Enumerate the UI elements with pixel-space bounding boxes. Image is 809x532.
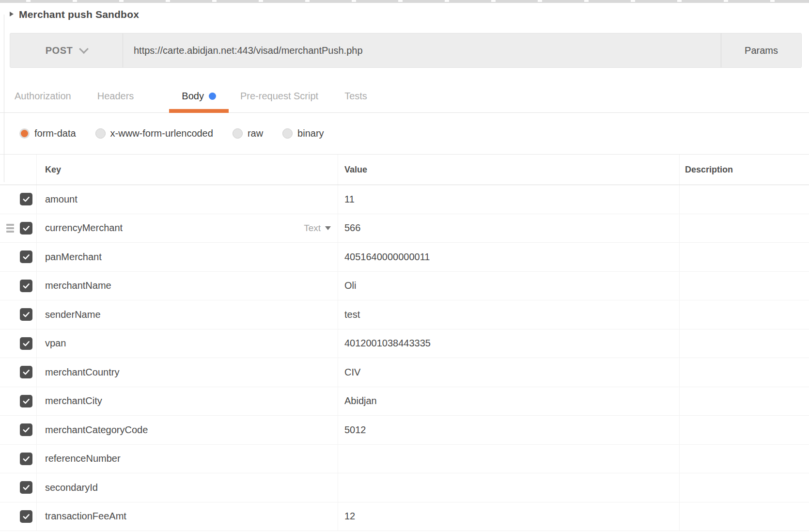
key-text: merchantCategoryCode bbox=[45, 424, 148, 436]
tab-label: Tests bbox=[344, 91, 367, 102]
value-cell[interactable]: 12 bbox=[338, 502, 679, 531]
description-cell[interactable] bbox=[679, 445, 809, 473]
radio-icon[interactable] bbox=[95, 128, 106, 139]
description-cell[interactable] bbox=[679, 272, 809, 300]
value-cell[interactable] bbox=[338, 445, 679, 473]
method-dropdown[interactable]: POST bbox=[10, 33, 123, 67]
description-cell[interactable] bbox=[679, 243, 809, 271]
description-cell[interactable] bbox=[679, 300, 809, 329]
header-checkbox-column bbox=[0, 155, 36, 185]
row-checkbox[interactable] bbox=[20, 510, 32, 523]
description-cell[interactable] bbox=[679, 473, 809, 502]
body-mode-label: binary bbox=[297, 128, 324, 139]
value-text: CIV bbox=[344, 367, 360, 378]
checkmark-icon bbox=[22, 425, 31, 434]
value-type-dropdown[interactable]: Text bbox=[304, 223, 331, 234]
description-cell[interactable] bbox=[679, 185, 809, 214]
key-cell[interactable]: vpan bbox=[36, 329, 338, 358]
header-description-label: Description bbox=[685, 165, 733, 175]
table-row: merchantCity Abidjan bbox=[0, 387, 809, 416]
value-cell[interactable]: test bbox=[338, 300, 679, 329]
key-cell[interactable]: secondaryId bbox=[36, 473, 338, 502]
header-key: Key bbox=[36, 155, 338, 185]
value-cell[interactable]: Oli bbox=[338, 272, 679, 300]
row-checkbox[interactable] bbox=[20, 337, 32, 350]
description-cell[interactable] bbox=[679, 387, 809, 416]
request-title: Merchant push Sandbox bbox=[19, 9, 139, 20]
description-cell[interactable] bbox=[679, 329, 809, 358]
tab-pre-request-script[interactable]: Pre-request Script bbox=[240, 80, 318, 112]
row-checkbox[interactable] bbox=[20, 193, 32, 205]
tab-authorization[interactable]: Authorization bbox=[15, 80, 71, 112]
row-checkbox[interactable] bbox=[20, 308, 32, 321]
row-checkbox[interactable] bbox=[20, 453, 32, 465]
key-cell[interactable]: currencyMerchant Text bbox=[36, 214, 338, 243]
window-tab-notch bbox=[73, 0, 77, 2]
checkmark-icon bbox=[22, 454, 31, 463]
tab-tests[interactable]: Tests bbox=[344, 80, 367, 112]
row-checkbox[interactable] bbox=[20, 481, 32, 494]
tab-label: Authorization bbox=[15, 91, 71, 102]
description-cell[interactable] bbox=[679, 214, 809, 243]
url-input[interactable]: https://carte.abidjan.net:443/visad/merc… bbox=[123, 33, 721, 67]
tab-label: Pre-request Script bbox=[240, 91, 318, 102]
checkmark-icon bbox=[22, 368, 31, 376]
value-cell[interactable] bbox=[338, 473, 679, 502]
value-cell[interactable]: Abidjan bbox=[338, 387, 679, 416]
row-checkbox[interactable] bbox=[20, 222, 32, 235]
key-cell[interactable]: merchantCity bbox=[36, 387, 338, 416]
key-cell[interactable]: merchantName bbox=[36, 272, 338, 300]
key-cell[interactable]: amount bbox=[36, 185, 338, 214]
checkmark-icon bbox=[22, 252, 31, 261]
window-tab-notch bbox=[305, 0, 310, 2]
body-mode-raw[interactable]: raw bbox=[233, 128, 263, 139]
body-mode-binary[interactable]: binary bbox=[282, 128, 324, 139]
value-cell[interactable]: 4051640000000011 bbox=[338, 243, 679, 271]
body-mode-label: form-data bbox=[34, 128, 76, 139]
body-mode-form-data[interactable]: form-data bbox=[19, 128, 76, 139]
key-cell[interactable]: merchantCategoryCode bbox=[36, 416, 338, 444]
collapse-caret-icon[interactable] bbox=[10, 12, 14, 16]
value-cell[interactable]: CIV bbox=[338, 358, 679, 387]
params-button[interactable]: Params bbox=[721, 33, 801, 67]
key-cell[interactable]: senderName bbox=[36, 300, 338, 329]
row-checkbox[interactable] bbox=[20, 250, 32, 263]
row-checkbox[interactable] bbox=[20, 280, 32, 292]
table-row: currencyMerchant Text 566 bbox=[0, 214, 809, 243]
radio-icon[interactable] bbox=[233, 128, 243, 139]
value-text: 11 bbox=[344, 194, 355, 205]
tab-body[interactable]: Body bbox=[169, 80, 229, 112]
table-row: referenceNumber bbox=[0, 445, 809, 474]
body-mode-x-www-form-urlencoded[interactable]: x-www-form-urlencoded bbox=[95, 128, 213, 139]
window-tab-notch bbox=[770, 0, 775, 2]
value-cell[interactable]: 4012001038443335 bbox=[338, 329, 679, 358]
value-cell[interactable]: 5012 bbox=[338, 416, 679, 444]
key-cell[interactable]: panMerchant bbox=[36, 243, 338, 271]
key-cell[interactable]: referenceNumber bbox=[36, 445, 338, 473]
value-text: Oli bbox=[344, 280, 356, 291]
key-cell[interactable]: merchantCountry bbox=[36, 358, 338, 387]
drag-handle[interactable] bbox=[6, 224, 14, 233]
row-checkbox[interactable] bbox=[20, 366, 32, 378]
description-cell[interactable] bbox=[679, 502, 809, 531]
description-cell[interactable] bbox=[679, 358, 809, 387]
radio-icon[interactable] bbox=[282, 128, 293, 139]
window-tab-notch bbox=[631, 0, 635, 2]
params-button-label: Params bbox=[745, 45, 778, 56]
row-checkbox[interactable] bbox=[20, 423, 32, 436]
key-text: panMerchant bbox=[45, 251, 102, 263]
row-checkbox[interactable] bbox=[20, 395, 32, 407]
checkmark-icon bbox=[22, 397, 31, 406]
header-description: Description bbox=[679, 155, 809, 185]
description-cell[interactable] bbox=[679, 416, 809, 444]
tab-headers[interactable]: Headers bbox=[97, 80, 134, 112]
checkmark-icon bbox=[22, 339, 31, 348]
value-cell[interactable]: 11 bbox=[338, 185, 679, 214]
window-tab-notch bbox=[352, 0, 356, 2]
body-mode-label: raw bbox=[248, 128, 263, 139]
key-text: transactionFeeAmt bbox=[45, 511, 126, 522]
radio-icon[interactable] bbox=[19, 128, 30, 139]
header-key-label: Key bbox=[45, 165, 61, 175]
value-cell[interactable]: 566 bbox=[338, 214, 679, 243]
key-cell[interactable]: transactionFeeAmt bbox=[36, 502, 338, 531]
